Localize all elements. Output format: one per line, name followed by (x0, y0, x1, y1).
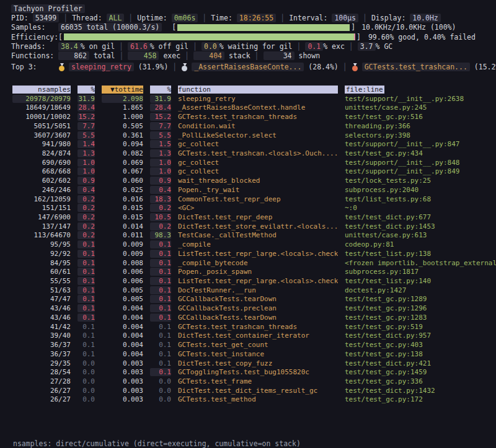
top3-function-name: GCTests.test_trashcan... (362, 63, 470, 71)
table-row[interactable]: 27/280.00.0030.0GCTests.test_frametest/t… (6, 377, 496, 386)
status-value-uptime: 0m06s (172, 14, 198, 22)
table-row[interactable]: 26/270.00.0030.0GCTests.test_methodtest/… (6, 395, 496, 405)
table-row[interactable]: 147/69000.20.01510.5DictTest.test_repr_d… (6, 213, 496, 222)
separator: │ (59, 14, 72, 22)
cell-pct-cumulative: 18.3 (150, 195, 171, 203)
cell-function: Condition.wait (178, 122, 338, 130)
efficiency-summary: 99.60% good, 0.40% failed (368, 33, 476, 42)
footer-legend: nsamples: direct/cumulative (direct=exec… (13, 439, 496, 448)
cell-fileline: test/test_gc.py:1289 (345, 295, 496, 303)
top3-label: Top 3: (11, 63, 58, 71)
cell-tottime: 1.865 (102, 103, 143, 112)
cell-function: GCTests.test_frame (178, 377, 338, 385)
table-row[interactable]: 3607/36075.50.3615.5_PollLikeSelector.se… (6, 131, 496, 140)
table-row[interactable]: 690/6901.00.0691.0gc_collecttest/support… (6, 158, 496, 167)
cell-pct-cumulative: 28.4 (150, 103, 171, 112)
table-row[interactable]: 824/8741.30.0821.3GCTests.test_trashcan.… (6, 149, 496, 158)
cell-pct-cumulative: 0.1 (150, 295, 171, 303)
cell-function: _compile_bytecode (178, 259, 338, 267)
function-stat-suffix: shown (294, 51, 321, 60)
cell-tottime: 0.005 (102, 286, 143, 294)
table-row[interactable]: 26/270.00.0030.0DictTest.test_dict_items… (6, 386, 496, 395)
table-row[interactable]: 47/470.10.0050.1GCCallbackTests.tearDown… (6, 295, 496, 304)
cell-pct-cumulative: 0.1 (150, 359, 171, 367)
table-row[interactable]: 28/540.00.0030.1GCTogglingTests.test_bug… (6, 367, 496, 377)
cell-nsamples: 60/61 (12, 268, 71, 276)
cell-function: DictTest.test_repr_deep (178, 213, 338, 221)
table-row[interactable]: 43/460.10.0040.1GCCallbackTests.tearDown… (6, 313, 496, 322)
footer: nsamples: direct/cumulative (direct=exec… (13, 420, 496, 448)
table-row[interactable]: 60/610.10.0060.1Popen._posix_spawnsubpro… (6, 267, 496, 276)
table-row[interactable]: 41/420.10.0040.1GCTests.test_trashcan_th… (6, 322, 496, 332)
cell-nsamples: 137/147 (12, 222, 71, 231)
column-header-function[interactable]: function (178, 86, 338, 94)
cell-pct-cumulative: 1.5 (150, 140, 171, 148)
cell-function: <GC> (178, 204, 338, 212)
table-row[interactable]: 162/120590.20.01618.3CommonTest.test_rep… (6, 195, 496, 204)
efficiency-bar-open-bracket: [ (58, 33, 63, 42)
cell-nsamples: 43/46 (12, 314, 71, 322)
table-row[interactable]: 51/630.10.0050.1DocTestRunner.__rundocte… (6, 286, 496, 295)
table-row[interactable]: 18649/1864928.41.86528.4_AssertRaisesBas… (6, 103, 496, 113)
cell-pct-direct: 0.2 (78, 222, 95, 231)
cell-fileline: unittest/case.py:245 (345, 103, 496, 112)
cell-fileline: codeop.py:81 (345, 240, 496, 248)
table-row[interactable]: 137/1470.20.0140.2DictTest.test_store_ev… (6, 222, 496, 231)
cell-tottime: 0.505 (102, 122, 143, 130)
cell-tottime: 0.003 (102, 377, 143, 385)
table-row[interactable]: 84/950.10.0080.1_compile_bytecode<frozen… (6, 258, 496, 268)
thread-stat-value: 61.6 (128, 42, 150, 51)
cell-nsamples: 151/151 (12, 204, 71, 212)
table-row[interactable]: 151/1510.20.0150.2<GC>~:0 (6, 203, 496, 213)
column-header-tottime-sorted[interactable]: ▼tottime (102, 86, 143, 94)
column-header-pct-cumulative[interactable]: % (150, 86, 171, 94)
table-row[interactable]: 55/550.10.0060.1ListTest.test_repr_large… (6, 276, 496, 286)
table-row[interactable]: 20978/2097931.92.09831.9sleeping_retryte… (6, 94, 496, 103)
cell-function: GCTests.test_trashcan.<locals>.Ouch.... (178, 149, 338, 157)
table-row[interactable]: 39/400.10.0040.1DictTest.test_container_… (6, 331, 496, 340)
table-row[interactable]: 92/920.10.0090.1ListTest.test_repr_large… (6, 249, 496, 258)
cell-fileline: test/test_dict.py:677 (345, 213, 496, 221)
status-label: Display: (371, 14, 410, 22)
cell-function: gc_collect (178, 159, 338, 167)
cell-fileline: test/test_list.py:140 (345, 277, 496, 285)
column-header-nsamples[interactable]: nsamples (12, 86, 71, 94)
title-line: Tachyon Profiler (11, 4, 496, 13)
table-row[interactable]: 10001/1000215.21.00015.2GCTests.test_tra… (6, 112, 496, 121)
table-row[interactable]: 668/6681.00.0671.0gc_collecttest/support… (6, 167, 496, 177)
column-header-pct-direct[interactable]: % (78, 86, 95, 94)
table-row[interactable]: 941/9801.40.0941.5gc_collecttest/support… (6, 139, 496, 149)
table-row[interactable]: 246/2460.40.0250.4Popen._try_waitsubproc… (6, 185, 496, 195)
cell-nsamples: 36/37 (12, 341, 71, 349)
cell-function: GCTests.test_trashcan_threads (178, 323, 338, 331)
cell-function: _PollLikeSelector.select (178, 131, 338, 139)
table-row[interactable]: 5051/50517.70.5057.7Condition.waitthread… (6, 121, 496, 131)
separator: │ (124, 14, 137, 22)
table-row[interactable]: 113/646700.20.01198.3TestCase._callTestM… (6, 231, 496, 240)
cell-function: wait_threads_blocked (178, 177, 338, 185)
table-row[interactable]: 36/370.10.0040.1GCTests.test_instancetes… (6, 349, 496, 359)
cell-function: GCCallbackTests.preclean (178, 304, 338, 312)
status-label: PID: (11, 14, 33, 22)
top3-percentage: (15.2%) (470, 63, 496, 71)
samples-total: 66035 total (10000.3/s) (58, 23, 162, 32)
cell-pct-direct: 31.9 (78, 95, 95, 103)
efficiency-label: Efficiency: (11, 33, 58, 42)
cell-tottime: 0.025 (102, 186, 143, 194)
table-row[interactable]: 36/370.10.0040.1GCTests.test_get_countte… (6, 340, 496, 349)
cell-nsamples: 26/27 (12, 395, 71, 403)
column-header-fileline[interactable]: file:line (345, 86, 496, 94)
table-row[interactable]: 602/6020.90.0600.9wait_threads_blockedte… (6, 176, 496, 185)
cell-nsamples: 824/874 (12, 149, 71, 157)
table-row[interactable]: 43/460.10.0040.1GCCallbackTests.preclean… (6, 304, 496, 313)
cell-fileline: subprocess.py:2040 (345, 186, 496, 194)
cell-pct-direct: 0.1 (78, 323, 95, 331)
separator: │ (180, 51, 193, 60)
cell-pct-direct: 0.1 (78, 295, 95, 303)
cell-tottime: 0.060 (102, 177, 143, 185)
cell-tottime: 0.003 (102, 368, 143, 376)
table-row[interactable]: 29/350.00.0030.1DictTest.test_copy_fuzzt… (6, 359, 496, 368)
cell-pct-direct: 0.1 (78, 304, 95, 312)
cell-pct-cumulative: 0.0 (150, 395, 171, 403)
table-row[interactable]: 95/950.10.0090.1_compilecodeop.py:81 (6, 240, 496, 249)
